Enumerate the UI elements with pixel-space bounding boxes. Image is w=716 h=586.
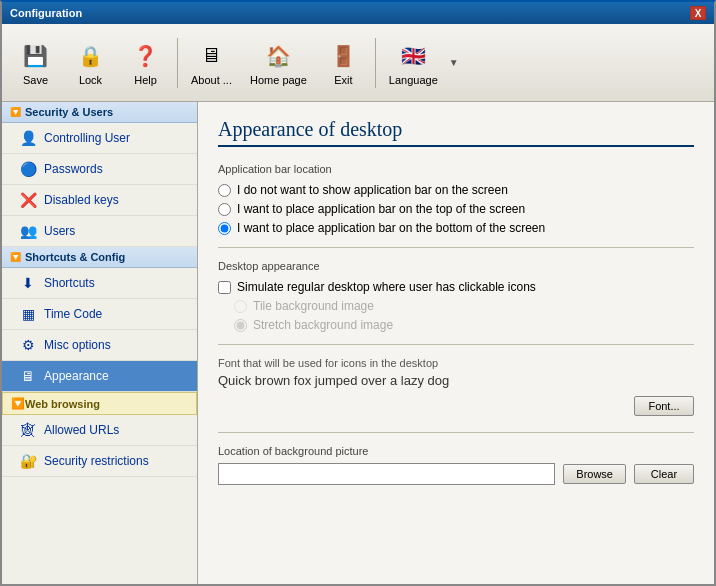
close-button[interactable]: X (690, 6, 706, 20)
lock-icon: 🔒 (75, 40, 107, 72)
bg-input-row: Browse Clear (218, 463, 694, 485)
chevron-down-icon: 🔽 (10, 107, 21, 117)
browse-button[interactable]: Browse (563, 464, 626, 484)
bg-path-input[interactable] (218, 463, 555, 485)
security-restrictions-icon: 🔐 (18, 451, 38, 471)
sidebar-item-security-restrictions[interactable]: 🔐 Security restrictions (2, 446, 197, 477)
help-button[interactable]: ❓ Help (118, 35, 173, 91)
main-area: 🔽 Security & Users 👤 Controlling User 🔵 … (2, 102, 714, 584)
font-button[interactable]: Font... (634, 396, 694, 416)
window-title: Configuration (10, 7, 82, 19)
divider-1 (218, 247, 694, 248)
about-button[interactable]: 🖥 About ... (182, 35, 241, 91)
font-preview-label: Font that will be used for icons in the … (218, 357, 694, 369)
save-button[interactable]: 💾 Save (8, 35, 63, 91)
radio-stretch-bg-input (234, 319, 247, 332)
radio-tile-bg[interactable]: Tile background image (234, 299, 694, 313)
title-bar: Configuration X (2, 2, 714, 24)
language-icon: 🇬🇧 (397, 40, 429, 72)
radio-bar-bottom-input[interactable] (218, 222, 231, 235)
configuration-window: Configuration X 💾 Save 🔒 Lock ❓ Help 🖥 A… (0, 0, 716, 586)
sidebar: 🔽 Security & Users 👤 Controlling User 🔵 … (2, 102, 198, 584)
homepage-button[interactable]: 🏠 Home page (241, 35, 316, 91)
bg-location-label: Location of background picture (218, 445, 694, 457)
controlling-user-icon: 👤 (18, 128, 38, 148)
content-area: Appearance of desktop Application bar lo… (198, 102, 714, 584)
page-title: Appearance of desktop (218, 118, 694, 147)
about-icon: 🖥 (195, 40, 227, 72)
help-icon: ❓ (130, 40, 162, 72)
radio-tile-bg-input (234, 300, 247, 313)
radio-stretch-bg[interactable]: Stretch background image (234, 318, 694, 332)
sidebar-section-shortcuts[interactable]: 🔽 Shortcuts & Config (2, 247, 197, 268)
save-icon: 💾 (20, 40, 52, 72)
language-dropdown-arrow[interactable]: ▼ (449, 57, 459, 68)
divider-2 (218, 344, 694, 345)
simulate-checkbox-input[interactable] (218, 281, 231, 294)
sidebar-item-allowed-urls[interactable]: 🕸 Allowed URLs (2, 415, 197, 446)
sidebar-section-web-browsing[interactable]: 🔽 Web browsing (2, 392, 197, 415)
app-bar-location-label: Application bar location (218, 163, 694, 175)
lock-button[interactable]: 🔒 Lock (63, 35, 118, 91)
sidebar-item-users[interactable]: 👥 Users (2, 216, 197, 247)
shortcuts-icon: ⬇ (18, 273, 38, 293)
appearance-icon: 🖥 (18, 366, 38, 386)
divider-3 (218, 432, 694, 433)
chevron-down-icon-3: 🔽 (11, 397, 25, 410)
chevron-down-icon-2: 🔽 (10, 252, 21, 262)
sidebar-item-passwords[interactable]: 🔵 Passwords (2, 154, 197, 185)
radio-bar-top[interactable]: I want to place application bar on the t… (218, 202, 694, 216)
exit-button[interactable]: 🚪 Exit (316, 35, 371, 91)
exit-icon: 🚪 (327, 40, 359, 72)
allowed-urls-icon: 🕸 (18, 420, 38, 440)
font-btn-row: Font... (218, 396, 694, 416)
passwords-icon: 🔵 (18, 159, 38, 179)
sidebar-item-appearance[interactable]: 🖥 Appearance (2, 361, 197, 392)
language-button[interactable]: 🇬🇧 Language (380, 35, 447, 91)
radio-no-bar[interactable]: I do not want to show application bar on… (218, 183, 694, 197)
toolbar: 💾 Save 🔒 Lock ❓ Help 🖥 About ... 🏠 Home … (2, 24, 714, 102)
homepage-icon: 🏠 (262, 40, 294, 72)
time-code-icon: ▦ (18, 304, 38, 324)
radio-no-bar-input[interactable] (218, 184, 231, 197)
sidebar-item-shortcuts[interactable]: ⬇ Shortcuts (2, 268, 197, 299)
sidebar-item-controlling-user[interactable]: 👤 Controlling User (2, 123, 197, 154)
users-icon: 👥 (18, 221, 38, 241)
sidebar-item-time-code[interactable]: ▦ Time Code (2, 299, 197, 330)
radio-bar-bottom[interactable]: I want to place application bar on the b… (218, 221, 694, 235)
misc-options-icon: ⚙ (18, 335, 38, 355)
font-sample: Quick brown fox jumped over a lazy dog (218, 373, 694, 388)
radio-bar-top-input[interactable] (218, 203, 231, 216)
sidebar-section-security[interactable]: 🔽 Security & Users (2, 102, 197, 123)
desktop-appearance-label: Desktop appearance (218, 260, 694, 272)
toolbar-separator-1 (177, 38, 178, 88)
sidebar-item-misc-options[interactable]: ⚙ Misc options (2, 330, 197, 361)
toolbar-separator-2 (375, 38, 376, 88)
simulate-checkbox-label[interactable]: Simulate regular desktop where user has … (218, 280, 694, 294)
clear-button[interactable]: Clear (634, 464, 694, 484)
disabled-keys-icon: ❌ (18, 190, 38, 210)
sidebar-item-disabled-keys[interactable]: ❌ Disabled keys (2, 185, 197, 216)
